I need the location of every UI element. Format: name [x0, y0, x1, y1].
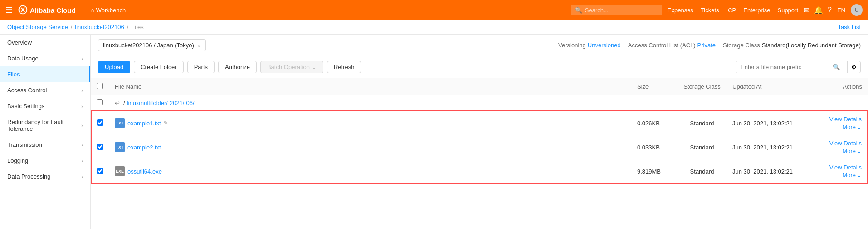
- acl-value[interactable]: Private: [697, 42, 716, 49]
- row2-checkbox[interactable]: [97, 144, 103, 150]
- row1-more-chevron: ⌄: [857, 124, 862, 130]
- nav-support[interactable]: Support: [777, 7, 798, 14]
- sidebar-item-overview[interactable]: Overview: [0, 35, 90, 50]
- row1-storage-class: Standard: [677, 111, 727, 135]
- sidebar-item-transmission[interactable]: Transmission ›: [0, 137, 90, 153]
- sidebar-item-redundancy[interactable]: Redundancy for Fault Tolerance ›: [0, 114, 90, 137]
- help-icon[interactable]: ?: [828, 6, 832, 14]
- col-actions: Actions: [809, 78, 868, 95]
- row1-view-details[interactable]: View Details: [829, 116, 862, 123]
- user-avatar[interactable]: U: [851, 4, 863, 16]
- select-all-checkbox[interactable]: [97, 83, 103, 89]
- batch-operation-button[interactable]: Batch Operation ⌄: [260, 61, 323, 73]
- file-search-submit-button[interactable]: 🔍: [829, 61, 844, 73]
- row1-edit-icon[interactable]: ✎: [164, 120, 168, 126]
- breadcrumb-sep2: /: [127, 24, 129, 30]
- path-06[interactable]: 06/: [186, 100, 195, 106]
- row1-more-label: More: [842, 124, 856, 130]
- sidebar-item-access-control[interactable]: Access Control ›: [0, 82, 90, 98]
- breadcrumb-bucket[interactable]: linuxbucket202106: [75, 24, 124, 30]
- task-list-link[interactable]: Task List: [838, 24, 861, 30]
- row3-view-details[interactable]: View Details: [829, 164, 862, 171]
- chevron-right-icon: ›: [81, 88, 83, 93]
- mail-icon[interactable]: ✉: [804, 6, 809, 15]
- path-2021[interactable]: 2021/: [170, 100, 185, 106]
- col-checkbox: [91, 78, 109, 95]
- col-updated-at: Updated At: [727, 78, 809, 95]
- create-folder-button[interactable]: Create Folder: [134, 61, 183, 73]
- sidebar-data-processing-label: Data Processing: [7, 173, 50, 180]
- row3-checkbox[interactable]: [97, 168, 103, 174]
- row1-checkbox[interactable]: [97, 119, 103, 126]
- row1-filename-cell: TXT example1.txt ✎: [109, 111, 632, 135]
- nav-enterprise[interactable]: Enterprise: [743, 7, 770, 14]
- row1-file-link[interactable]: example1.txt: [127, 120, 161, 127]
- path-row-checkbox[interactable]: [97, 99, 103, 105]
- content-area: linuxbucket202106 / Japan (Tokyo) ⌄ Vers…: [91, 35, 868, 229]
- breadcrumb: Object Storage Service / linuxbucket2021…: [7, 24, 144, 30]
- sidebar-basic-settings-label: Basic Settings: [7, 103, 44, 110]
- file-name-search-input[interactable]: [736, 61, 826, 73]
- row3-more-link[interactable]: More ⌄: [842, 172, 862, 179]
- storage-class-label: Storage Class: [723, 42, 760, 49]
- row1-updated-at: Jun 30, 2021, 13:02:21: [727, 111, 809, 135]
- table-row: EXE ossutil64.exe 9.819MB Standard Jun 3…: [91, 159, 868, 184]
- authorize-button[interactable]: Authorize: [218, 61, 257, 73]
- row3-file-link[interactable]: ossutil64.exe: [127, 168, 162, 175]
- home-icon: ⌂: [91, 7, 94, 14]
- workbench-link[interactable]: ⌂ Workbench: [91, 7, 126, 14]
- sidebar-item-files[interactable]: Files: [0, 66, 90, 82]
- row2-checkbox-cell: [91, 135, 109, 159]
- file-settings-button[interactable]: ⚙: [847, 61, 861, 73]
- logo-symbol: ⓧ: [18, 4, 27, 16]
- row2-more-chevron: ⌄: [857, 148, 862, 154]
- batch-operation-label: Batch Operation: [267, 64, 310, 70]
- nav-expenses[interactable]: Expenses: [668, 7, 693, 14]
- main-layout: Overview Data Usage › Files Access Contr…: [0, 35, 868, 229]
- row1-actions-cell: View Details More ⌄: [809, 111, 868, 135]
- menu-icon[interactable]: ☰: [5, 5, 13, 15]
- parts-button[interactable]: Parts: [187, 61, 215, 73]
- row3-filename-cell: EXE ossutil64.exe: [109, 159, 632, 184]
- row2-filename-area: TXT example2.txt: [115, 142, 626, 152]
- global-search-input[interactable]: [585, 7, 658, 14]
- row2-file-link[interactable]: example2.txt: [127, 144, 161, 151]
- row3-actions: View Details More ⌄: [814, 164, 862, 179]
- sidebar-item-basic-settings[interactable]: Basic Settings ›: [0, 98, 90, 114]
- row2-file-icon: TXT: [115, 142, 125, 152]
- chevron-right-icon: ›: [81, 123, 83, 128]
- file-table-body: ↩ / linuxmultifolder/ 2021/ 06/: [91, 95, 868, 184]
- language-selector[interactable]: EN: [837, 7, 845, 14]
- file-table: File Name Size Storage Class Updated At …: [91, 78, 868, 184]
- row2-actions-cell: View Details More ⌄: [809, 135, 868, 159]
- bell-icon[interactable]: 🔔: [814, 6, 823, 15]
- global-search-area[interactable]: 🔍: [571, 5, 662, 15]
- row2-view-details[interactable]: View Details: [829, 140, 862, 147]
- acl-item: Access Control List (ACL) Private: [628, 42, 716, 49]
- path-navigation: ↩ / linuxmultifolder/ 2021/ 06/: [115, 100, 862, 106]
- path-linuxmultifolder[interactable]: linuxmultifolder/: [127, 100, 168, 106]
- path-slash: /: [123, 100, 125, 106]
- table-row: TXT example2.txt 0.033KB Standard Jun 30…: [91, 135, 868, 159]
- breadcrumb-service[interactable]: Object Storage Service: [7, 24, 68, 30]
- sidebar-redundancy-label: Redundancy for Fault Tolerance: [7, 119, 81, 132]
- versioning-label: Versioning: [558, 42, 586, 49]
- back-icon[interactable]: ↩: [115, 100, 120, 106]
- file-search-area: 🔍 ⚙: [736, 61, 861, 73]
- bucket-selector-label: linuxbucket202106 / Japan (Tokyo): [103, 42, 194, 49]
- nav-icp[interactable]: ICP: [727, 7, 736, 14]
- upload-button[interactable]: Upload: [98, 61, 130, 73]
- versioning-value[interactable]: Unversioned: [588, 42, 621, 49]
- toolbar: Upload Create Folder Parts Authorize Bat…: [91, 56, 868, 78]
- row1-file-icon: TXT: [115, 118, 125, 128]
- sidebar-item-data-usage[interactable]: Data Usage ›: [0, 50, 90, 66]
- row1-more-link[interactable]: More ⌄: [842, 124, 862, 130]
- row2-more-link[interactable]: More ⌄: [842, 148, 862, 154]
- refresh-button[interactable]: Refresh: [327, 61, 361, 73]
- nav-divider: [83, 5, 83, 15]
- row2-updated-at: Jun 30, 2021, 13:02:21: [727, 135, 809, 159]
- sidebar-item-data-processing[interactable]: Data Processing ›: [0, 169, 90, 184]
- bucket-selector[interactable]: linuxbucket202106 / Japan (Tokyo) ⌄: [98, 39, 206, 51]
- sidebar-item-logging[interactable]: Logging ›: [0, 153, 90, 169]
- nav-tickets[interactable]: Tickets: [701, 7, 719, 14]
